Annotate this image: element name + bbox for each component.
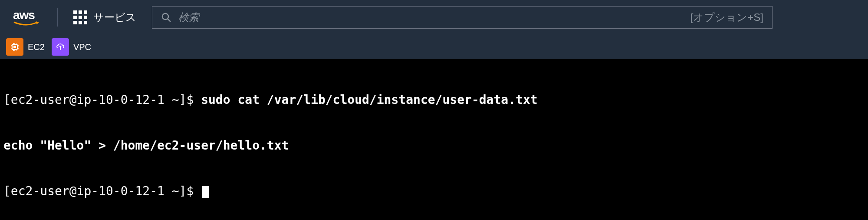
- services-label: サービス: [93, 10, 136, 24]
- svg-point-0: [162, 13, 168, 20]
- aws-logo[interactable]: aws: [9, 8, 49, 27]
- search-box[interactable]: [オプション+S]: [152, 6, 773, 29]
- aws-logo-text: aws: [13, 8, 40, 22]
- terminal-line-2: echo "Hello" > /home/ec2-user/hello.txt: [3, 138, 865, 153]
- service-label: VPC: [73, 42, 91, 52]
- service-label: EC2: [28, 42, 45, 52]
- grid-icon: [73, 10, 87, 24]
- ec2-icon: [6, 38, 23, 56]
- vpc-icon: [52, 38, 69, 56]
- terminal-prompt: [ec2-user@ip-10-0-12-1 ~]$: [3, 184, 201, 198]
- service-shortcut-bar: EC2 VPC: [0, 35, 868, 59]
- search-shortcut-hint: [オプション+S]: [690, 10, 763, 24]
- svg-line-1: [168, 19, 171, 22]
- terminal-output[interactable]: [ec2-user@ip-10-0-12-1 ~]$ sudo cat /var…: [0, 59, 868, 217]
- service-chip-ec2[interactable]: EC2: [6, 38, 45, 56]
- terminal-line-1: [ec2-user@ip-10-0-12-1 ~]$ sudo cat /var…: [3, 92, 865, 107]
- terminal-line-3: [ec2-user@ip-10-0-12-1 ~]$: [3, 183, 865, 199]
- services-menu-button[interactable]: サービス: [66, 7, 143, 28]
- search-input[interactable]: [178, 11, 684, 23]
- aws-console-header: aws サービス [オプション+S]: [0, 0, 868, 35]
- search-icon: [161, 12, 171, 23]
- header-divider: [57, 8, 58, 27]
- terminal-cursor: [202, 186, 209, 198]
- terminal-command: sudo cat /var/lib/cloud/instance/user-da…: [201, 93, 537, 107]
- service-chip-vpc[interactable]: VPC: [52, 38, 91, 56]
- svg-rect-3: [13, 46, 16, 48]
- terminal-prompt: [ec2-user@ip-10-0-12-1 ~]$: [3, 93, 201, 107]
